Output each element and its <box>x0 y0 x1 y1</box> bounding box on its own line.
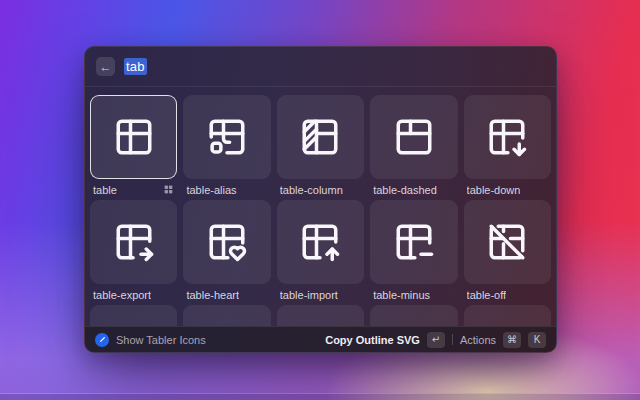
table-import-icon <box>299 221 341 263</box>
table-alias-icon <box>206 116 248 158</box>
grid-item-table-export[interactable]: table-export <box>90 200 177 305</box>
grid-item-table-dashed[interactable]: table-dashed <box>370 95 457 200</box>
item-label: table-down <box>467 184 521 196</box>
icon-cell[interactable] <box>370 95 457 179</box>
grid-item-table[interactable]: table <box>90 95 177 200</box>
icon-cell[interactable] <box>277 305 364 326</box>
icon-cell[interactable] <box>183 95 270 179</box>
item-label-row: table-import <box>277 284 364 305</box>
icon-cell[interactable] <box>464 305 551 326</box>
actions-button[interactable]: Actions <box>460 334 496 346</box>
k-key-badge: K <box>528 332 546 348</box>
item-label: table-import <box>280 289 338 301</box>
item-label-row: table-column <box>277 179 364 200</box>
icon-cell[interactable] <box>90 305 177 326</box>
back-arrow-icon: ← <box>100 61 112 73</box>
partial-grid-item[interactable] <box>277 305 364 326</box>
table-off-icon <box>486 221 528 263</box>
icon-cell[interactable] <box>90 95 177 179</box>
item-label-row: table-heart <box>183 284 270 305</box>
icon-cell[interactable] <box>464 95 551 179</box>
footer-bar: Show Tabler Icons Copy Outline SVG ↵ Act… <box>85 326 556 352</box>
icon-cell[interactable] <box>370 200 457 284</box>
grid-item-table-column[interactable]: table-column <box>277 95 364 200</box>
table-icon <box>113 116 155 158</box>
tabler-icons-search-window: ← tab table table-alias <box>84 46 557 353</box>
grid-item-table-down[interactable]: table-down <box>464 95 551 200</box>
item-label-row: table-alias <box>183 179 270 200</box>
icon-cell[interactable] <box>464 200 551 284</box>
footer-divider <box>452 334 453 345</box>
item-label: table-minus <box>373 289 430 301</box>
item-label-row: table <box>90 179 177 200</box>
grid-item-table-minus[interactable]: table-minus <box>370 200 457 305</box>
footer-right: Copy Outline SVG ↵ Actions ⌘ K <box>325 332 546 348</box>
icon-cell[interactable] <box>183 200 270 284</box>
table-minus-icon <box>393 221 435 263</box>
extension-name-label: Show Tabler Icons <box>116 334 206 346</box>
icon-cell[interactable] <box>183 305 270 326</box>
item-label: table-alias <box>186 184 236 196</box>
item-label: table-off <box>467 289 507 301</box>
background-bottom-edge <box>0 393 640 400</box>
grid-item-table-import[interactable]: table-import <box>277 200 364 305</box>
item-label-row: table-off <box>464 284 551 305</box>
search-bar: ← tab <box>85 47 556 87</box>
partial-grid-item[interactable] <box>370 305 457 326</box>
search-query-selected-text: tab <box>124 58 147 75</box>
item-label-row: table-minus <box>370 284 457 305</box>
icon-grid: table table-alias table-column <box>85 87 556 326</box>
icon-cell[interactable] <box>277 200 364 284</box>
item-label: table-column <box>280 184 343 196</box>
partial-grid-item[interactable] <box>90 305 177 326</box>
table-export-icon <box>113 221 155 263</box>
icon-cell[interactable] <box>277 95 364 179</box>
item-label-row: table-down <box>464 179 551 200</box>
table-dashed-icon <box>393 116 435 158</box>
grid-item-table-heart[interactable]: table-heart <box>183 200 270 305</box>
grid-item-table-alias[interactable]: table-alias <box>183 95 270 200</box>
tabler-extension-icon <box>95 333 109 347</box>
icon-cell[interactable] <box>370 305 457 326</box>
back-button[interactable]: ← <box>96 57 115 76</box>
grid-indicator-icon <box>163 184 174 195</box>
item-label: table-heart <box>186 289 239 301</box>
cmd-key-badge: ⌘ <box>503 332 521 348</box>
item-label: table-dashed <box>373 184 437 196</box>
search-input[interactable]: tab <box>124 59 147 74</box>
table-column-icon <box>299 116 341 158</box>
icon-cell[interactable] <box>90 200 177 284</box>
item-label-row: table-export <box>90 284 177 305</box>
enter-key-badge: ↵ <box>427 332 445 348</box>
grid-item-table-off[interactable]: table-off <box>464 200 551 305</box>
copy-outline-svg-button[interactable]: Copy Outline SVG <box>325 334 420 346</box>
partial-grid-item[interactable] <box>183 305 270 326</box>
footer-left: Show Tabler Icons <box>95 333 206 347</box>
item-label: table <box>93 184 117 196</box>
item-label-row: table-dashed <box>370 179 457 200</box>
table-heart-icon <box>206 221 248 263</box>
item-label: table-export <box>93 289 151 301</box>
table-down-icon <box>486 116 528 158</box>
partial-grid-item[interactable] <box>464 305 551 326</box>
